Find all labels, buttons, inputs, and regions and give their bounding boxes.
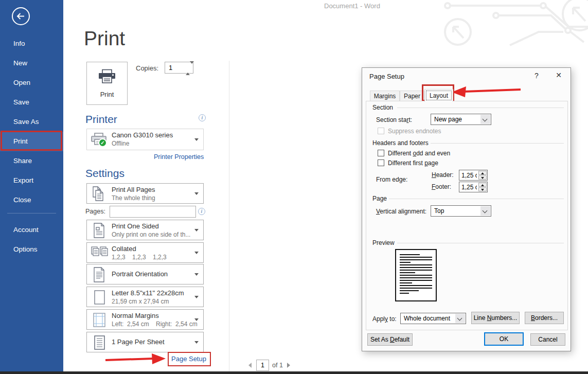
page-setup-dialog: Page Setup ? ✕ Margins Paper Layout Sect…	[362, 67, 571, 351]
pages-per-sheet-dropdown[interactable]: 1 Page Per Sheet	[86, 332, 204, 352]
sidebar-item-account[interactable]: Account	[0, 220, 63, 240]
dropdown-title: Collated	[112, 245, 136, 253]
paper-size-dropdown[interactable]: Letter 8.5"x11" 22x28cm 21,59 cm x 27,94…	[86, 287, 204, 307]
pages-input[interactable]	[110, 206, 196, 218]
window-title: Document1 - Word	[324, 2, 380, 10]
dropdown-caret-icon	[194, 192, 199, 195]
sidebar: Info New Open Save Save As Print Share E…	[0, 0, 63, 374]
orientation-dropdown[interactable]: Portrait Orientation	[86, 264, 204, 284]
back-arrow-icon	[16, 11, 26, 21]
dropdown-title: Letter 8.5"x11" 22x28cm	[112, 289, 184, 297]
collation-dropdown[interactable]: Collated 1,2,3 1,2,3 1,2,3	[86, 242, 204, 263]
printer-status-badge: ✓	[98, 138, 107, 147]
dialog-title: Page Setup	[369, 73, 404, 80]
portrait-orientation-icon	[91, 266, 108, 283]
current-page-input[interactable]	[256, 360, 269, 371]
pages-per-sheet-icon	[91, 334, 108, 351]
word-backstage-print: Document1 - Word Info New Open Save Save…	[0, 0, 588, 374]
printer-heading: Printer	[85, 113, 117, 126]
sidebar-item-options[interactable]: Options	[0, 240, 63, 259]
printer-status: Offline	[112, 140, 129, 147]
dropdown-subtitle: Only print on one side of th...	[112, 231, 190, 238]
settings-heading: Settings	[85, 167, 124, 180]
sidebar-item-new[interactable]: New	[0, 54, 63, 73]
sidebar-footer: Account Options	[0, 220, 63, 259]
dropdown-subtitle: Left: 2,54 cm Right: 2,54 cm	[112, 320, 198, 328]
circuit-decoration	[434, 0, 588, 57]
dropdown-caret-icon	[194, 138, 199, 141]
annotation-arrow-page-setup	[103, 353, 168, 366]
print-button-label: Print	[87, 91, 127, 98]
sidebar-item-open[interactable]: Open	[0, 73, 63, 93]
back-button[interactable]	[12, 7, 30, 25]
dropdown-subtitle: The whole thing	[112, 194, 155, 202]
set-as-default-button[interactable]: Set As Default	[367, 333, 413, 346]
print-range-dropdown[interactable]: Print All Pages The whole thing	[86, 183, 204, 204]
dialog-close-icon[interactable]: ✕	[554, 71, 564, 81]
collated-icon	[91, 245, 110, 261]
tab-margins[interactable]: Margins	[370, 91, 400, 101]
panel-divider	[229, 61, 229, 371]
sidebar-item-export[interactable]: Export	[0, 171, 63, 190]
copies-spin-buttons[interactable]	[186, 64, 191, 72]
dropdown-title: Print All Pages	[112, 186, 155, 193]
page-group-label: Page	[372, 195, 389, 202]
previous-page-icon[interactable]	[248, 363, 252, 368]
printer-icon	[98, 69, 116, 85]
spin-down-icon[interactable]	[190, 61, 194, 73]
dropdown-caret-icon	[194, 229, 199, 231]
printer-properties-link[interactable]: Printer Properties	[154, 153, 204, 161]
dropdown-subtitle: 1,2,3 1,2,3 1,2,3	[112, 254, 167, 261]
print-one-sided-icon	[91, 222, 108, 239]
cancel-button[interactable]: Cancel	[530, 333, 565, 346]
tab-paper[interactable]: Paper	[400, 91, 424, 101]
dropdown-caret-icon	[194, 341, 199, 344]
sidebar-item-close[interactable]: Close	[0, 190, 63, 210]
section-group-label: Section	[372, 104, 395, 111]
copies-stepper[interactable]	[165, 62, 193, 74]
dropdown-subtitle: 21,59 cm x 27,94 cm	[112, 298, 169, 305]
dropdown-caret-icon	[194, 252, 199, 254]
print-all-pages-icon	[91, 186, 108, 202]
dropdown-caret-icon	[194, 273, 199, 276]
headers-footers-group-label: Headers and footers	[372, 139, 431, 147]
pages-info-icon: i	[198, 208, 205, 215]
print-sides-dropdown[interactable]: Print One Sided Only print on one side o…	[86, 220, 204, 240]
copies-label: Copies:	[136, 64, 158, 72]
pages-label: Pages:	[85, 208, 105, 215]
sidebar-item-info[interactable]: Info	[0, 34, 63, 54]
printer-info-icon: i	[199, 114, 206, 121]
sidebar-menu: Info New Open Save Save As Print Share E…	[0, 34, 63, 210]
spin-up-icon[interactable]	[186, 64, 190, 75]
page-title: Print	[84, 27, 125, 50]
dropdown-title: Portrait Orientation	[112, 270, 168, 278]
copies-input[interactable]	[165, 62, 183, 73]
sidebar-item-save-as[interactable]: Save As	[0, 112, 63, 132]
dropdown-caret-icon	[194, 318, 199, 321]
printer-selector[interactable]: ✓ Canon G3010 series Offline	[86, 129, 204, 150]
tab-layout[interactable]: Layout	[424, 89, 453, 102]
dropdown-title: Print One Sided	[112, 222, 159, 230]
printer-name: Canon G3010 series	[112, 131, 173, 139]
sidebar-item-print[interactable]: Print	[0, 132, 63, 151]
dropdown-title: 1 Page Per Sheet	[112, 338, 165, 346]
dropdown-caret-icon	[194, 296, 199, 298]
dropdown-title: Normal Margins	[112, 312, 159, 319]
print-button[interactable]: Print	[86, 62, 128, 105]
sidebar-item-save[interactable]: Save	[0, 93, 63, 112]
bottom-edge-bar	[0, 371, 588, 374]
paper-size-icon	[91, 289, 108, 306]
layout-tab-panel	[366, 101, 568, 330]
margins-icon	[91, 312, 108, 328]
dialog-help-button[interactable]: ?	[532, 72, 541, 81]
sidebar-item-share[interactable]: Share	[0, 151, 63, 171]
margins-dropdown[interactable]: Normal Margins Left: 2,54 cm Right: 2,54…	[86, 309, 204, 330]
next-page-icon[interactable]	[287, 363, 290, 368]
page-count-label: of 1	[272, 362, 283, 369]
ok-button[interactable]: OK	[484, 332, 524, 346]
page-setup-link[interactable]: Page Setup	[171, 355, 206, 363]
preview-group-label: Preview	[372, 239, 397, 246]
sidebar-divider	[7, 213, 56, 213]
